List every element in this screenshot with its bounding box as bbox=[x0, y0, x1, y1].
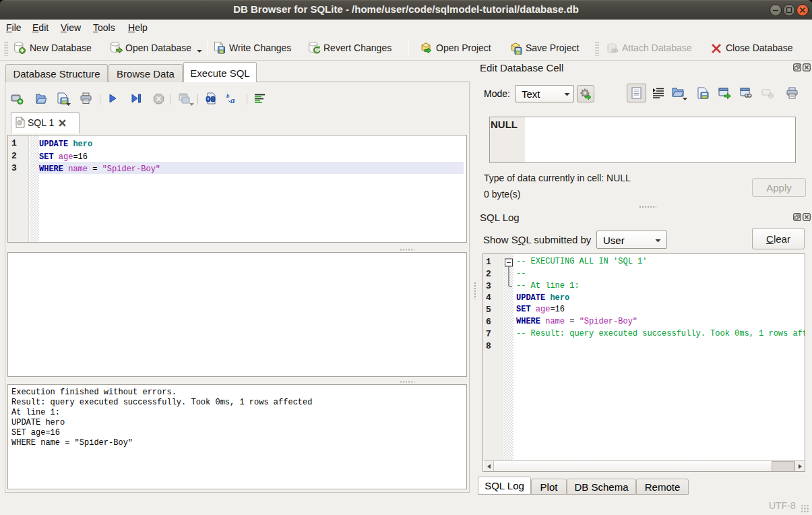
svg-text:a: a bbox=[230, 95, 235, 105]
svg-text:b: b bbox=[226, 92, 230, 99]
